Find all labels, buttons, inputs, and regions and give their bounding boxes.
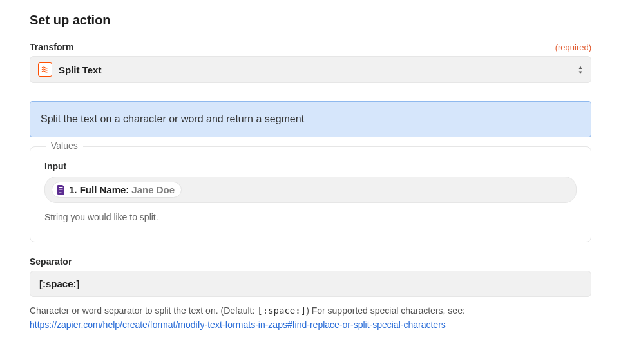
transform-label: Transform (30, 42, 73, 52)
select-chevrons-icon: ▲▼ (578, 65, 583, 75)
document-icon (56, 185, 65, 195)
transform-header: Transform (required) (30, 42, 591, 52)
sep-help-prefix: Character or word separator to split the… (30, 305, 257, 316)
input-chip[interactable]: 1. Full Name: Jane Doe (52, 182, 182, 198)
sep-help-suffix: ) For supported special characters, see: (306, 305, 465, 316)
separator-help-link[interactable]: https://zapier.com/help/create/format/mo… (30, 320, 446, 330)
svg-rect-1 (59, 189, 62, 190)
input-help-text: String you would like to split. (44, 212, 577, 222)
separator-section: Separator [:space:] Character or word se… (30, 256, 591, 332)
svg-rect-0 (59, 187, 62, 188)
svg-rect-3 (59, 193, 61, 193)
transform-selected-value: Split Text (59, 64, 101, 75)
transform-select[interactable]: Split Text ▲▼ (30, 56, 591, 83)
separator-input[interactable]: [:space:] (30, 271, 591, 297)
required-badge: (required) (555, 43, 591, 52)
formatter-app-icon (38, 62, 52, 77)
input-field[interactable]: 1. Full Name: Jane Doe (44, 177, 577, 203)
chip-value: Jane Doe (131, 184, 175, 195)
values-fieldset: Values Input 1. Full Name: Jane Doe Stri… (30, 146, 591, 242)
separator-help-text: Character or word separator to split the… (30, 303, 591, 332)
info-banner: Split the text on a character or word an… (30, 101, 591, 137)
values-legend: Values (46, 140, 83, 151)
chip-key: 1. Full Name: (69, 184, 129, 195)
input-label: Input (44, 161, 577, 171)
page-title: Set up action (30, 13, 591, 28)
sep-help-default: [:space:] (257, 305, 306, 316)
separator-label: Separator (30, 256, 591, 267)
svg-rect-2 (59, 191, 62, 191)
